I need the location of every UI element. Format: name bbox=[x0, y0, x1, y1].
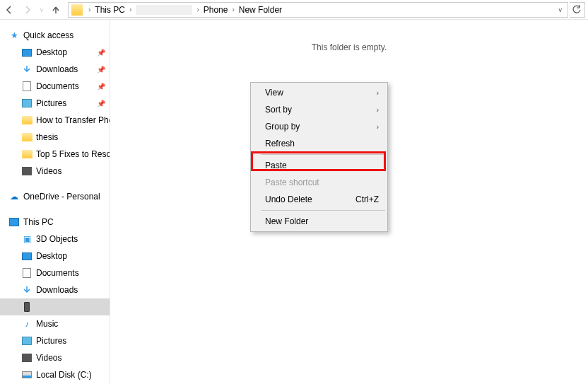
label: Desktop bbox=[36, 251, 67, 261]
label: Videos bbox=[36, 353, 61, 363]
menu-new-folder[interactable]: New Folder bbox=[252, 213, 386, 230]
path-dropdown[interactable]: v bbox=[556, 6, 565, 13]
doc-icon bbox=[21, 267, 33, 279]
3d-icon: ▣ bbox=[21, 233, 33, 245]
content-pane[interactable]: This folder is empty. View› Sort by› Gro… bbox=[110, 20, 588, 384]
path-box[interactable]: › This PC › › Phone › New Folder v bbox=[68, 2, 568, 18]
sidebar-item[interactable]: Downloads📌 bbox=[0, 61, 110, 78]
pin-icon: 📌 bbox=[97, 49, 105, 57]
chevron-right-icon[interactable]: › bbox=[87, 6, 92, 13]
phone-icon bbox=[21, 301, 33, 313]
label: Documents bbox=[36, 268, 79, 278]
label: Music bbox=[36, 319, 58, 329]
monitor-icon bbox=[21, 250, 33, 262]
chevron-right-icon: › bbox=[377, 89, 379, 97]
menu-paste-shortcut: Paste shortcut bbox=[252, 174, 386, 191]
music-icon: ♪ bbox=[21, 318, 33, 330]
chevron-right-icon: › bbox=[377, 123, 379, 131]
label: thesis bbox=[36, 132, 58, 142]
label: This PC bbox=[23, 217, 54, 227]
chevron-right-icon[interactable]: › bbox=[230, 6, 235, 13]
breadcrumb-device[interactable] bbox=[133, 3, 195, 17]
label: Quick access bbox=[23, 30, 74, 40]
recent-dropdown[interactable]: v bbox=[37, 0, 47, 20]
quick-access[interactable]: ★ Quick access bbox=[0, 27, 110, 44]
vid-icon bbox=[21, 165, 33, 177]
menu-refresh[interactable]: Refresh bbox=[252, 135, 386, 152]
label: Downloads bbox=[36, 285, 78, 295]
chevron-right-icon[interactable]: › bbox=[195, 6, 200, 13]
menu-group-by[interactable]: Group by› bbox=[252, 118, 386, 135]
sidebar-item[interactable]: Videos bbox=[0, 349, 110, 366]
empty-message: This folder is empty. bbox=[110, 42, 588, 52]
sidebar-item[interactable]: Desktop📌 bbox=[0, 44, 110, 61]
up-button[interactable] bbox=[47, 0, 65, 20]
fold-icon bbox=[21, 132, 33, 143]
monitor-icon bbox=[21, 47, 33, 58]
down-icon bbox=[21, 64, 33, 75]
navigation-pane: ★ Quick access Desktop📌Downloads📌Documen… bbox=[0, 20, 110, 384]
forward-button[interactable] bbox=[18, 0, 37, 20]
this-pc[interactable]: This PC bbox=[0, 214, 110, 231]
fold-icon bbox=[21, 115, 33, 126]
sidebar-item[interactable]: Documents📌 bbox=[0, 78, 110, 95]
sidebar-item[interactable]: Downloads bbox=[0, 281, 110, 298]
sidebar-item[interactable] bbox=[0, 298, 110, 315]
label: Desktop bbox=[36, 47, 67, 57]
label: Videos bbox=[36, 166, 61, 176]
fold-icon bbox=[21, 149, 33, 160]
pin-icon: 📌 bbox=[97, 100, 105, 107]
doc-icon bbox=[21, 81, 33, 92]
label: Pictures bbox=[36, 336, 66, 346]
menu-separator bbox=[261, 210, 385, 211]
folder-icon bbox=[71, 4, 83, 16]
sidebar-item[interactable]: Local Disk (C:) bbox=[0, 366, 110, 383]
pc-icon bbox=[8, 216, 20, 228]
label: Documents bbox=[36, 81, 79, 91]
sidebar-item[interactable]: Documents bbox=[0, 264, 110, 281]
sidebar-item[interactable]: ♪Music bbox=[0, 315, 110, 332]
sidebar-item[interactable]: Pictures bbox=[0, 332, 110, 349]
shortcut-label: Ctrl+Z bbox=[355, 194, 379, 204]
down-icon bbox=[21, 284, 33, 296]
context-menu: View› Sort by› Group by› Refresh Paste P… bbox=[250, 82, 388, 232]
chevron-right-icon: › bbox=[377, 106, 379, 114]
sidebar-item[interactable]: Desktop bbox=[0, 248, 110, 264]
breadcrumb-phone[interactable]: Phone bbox=[201, 3, 231, 17]
menu-separator bbox=[261, 154, 385, 155]
pin-icon: 📌 bbox=[97, 66, 105, 74]
label: 3D Objects bbox=[36, 234, 78, 244]
sidebar-item[interactable]: ▣3D Objects bbox=[0, 231, 110, 248]
sidebar-item[interactable]: Top 5 Fixes to Resol bbox=[0, 146, 110, 163]
sidebar-item[interactable]: thesis bbox=[0, 129, 110, 146]
back-button[interactable] bbox=[0, 0, 18, 20]
address-bar: v › This PC › › Phone › New Folder v bbox=[0, 0, 588, 20]
cloud-icon: ☁ bbox=[8, 191, 20, 202]
menu-paste[interactable]: Paste bbox=[252, 157, 386, 174]
disk-icon bbox=[21, 369, 33, 380]
chevron-right-icon[interactable]: › bbox=[128, 6, 133, 13]
breadcrumb-this-pc[interactable]: This PC bbox=[92, 3, 128, 17]
sidebar-item[interactable]: Videos bbox=[0, 163, 110, 180]
pic-icon bbox=[21, 335, 33, 347]
sidebar-item[interactable]: Pictures📌 bbox=[0, 95, 110, 112]
label: Top 5 Fixes to Resol bbox=[36, 149, 110, 159]
label: How to Transfer Pho bbox=[36, 115, 110, 125]
pic-icon bbox=[21, 98, 33, 109]
breadcrumb-new-folder[interactable]: New Folder bbox=[236, 3, 285, 17]
onedrive[interactable]: ☁ OneDrive - Personal bbox=[0, 188, 110, 205]
redacted-text bbox=[136, 5, 192, 15]
menu-sort-by[interactable]: Sort by› bbox=[252, 101, 386, 118]
refresh-button[interactable] bbox=[570, 2, 585, 18]
label: OneDrive - Personal bbox=[23, 192, 100, 202]
label: Local Disk (C:) bbox=[36, 370, 92, 380]
vid-icon bbox=[21, 352, 33, 363]
star-icon: ★ bbox=[8, 30, 20, 41]
menu-undo-delete[interactable]: Undo DeleteCtrl+Z bbox=[252, 191, 386, 208]
menu-view[interactable]: View› bbox=[252, 84, 386, 101]
sidebar-item[interactable]: How to Transfer Pho bbox=[0, 112, 110, 129]
label: Downloads bbox=[36, 64, 78, 74]
label: Pictures bbox=[36, 98, 66, 108]
pin-icon: 📌 bbox=[97, 83, 105, 91]
